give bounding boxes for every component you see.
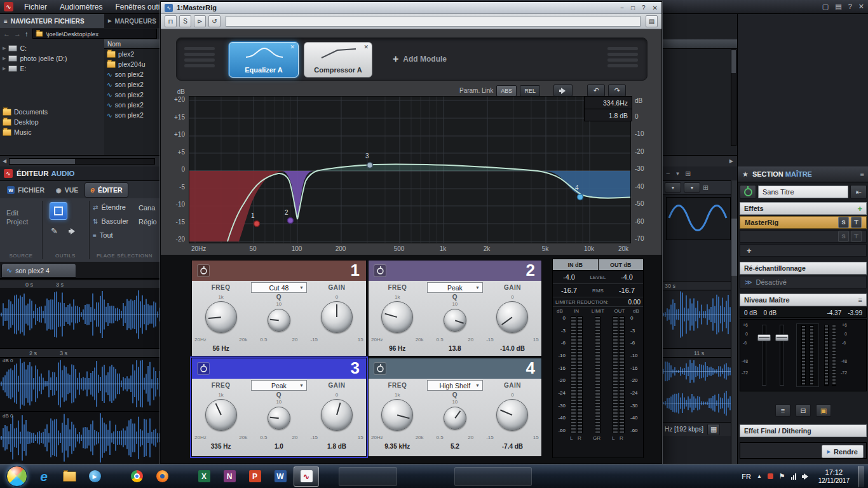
resampling-header[interactable]: Ré-échantillonnage <box>740 262 867 274</box>
go-start-button[interactable]: ⇤ <box>850 185 867 199</box>
workspace-layout-icon[interactable]: ▤ <box>835 3 841 11</box>
gain-knob[interactable] <box>321 399 353 431</box>
grid-icon[interactable]: ⊞ <box>685 170 691 178</box>
column-regions[interactable]: Régio <box>139 218 157 226</box>
workspace-expand-icon[interactable]: ▢ <box>822 3 829 11</box>
edit-project-label[interactable]: Edit Project <box>6 208 39 226</box>
abs-button[interactable]: ABS <box>496 85 517 97</box>
view-dropdown[interactable]: ▼ <box>684 182 700 193</box>
solo-icon[interactable]: S <box>179 15 191 27</box>
tree-item-music[interactable]: Music <box>0 127 104 137</box>
masterig-title-bar[interactable]: ∿ 1:MasterRig − □ ? ✕ <box>161 2 661 14</box>
tab-son-plex2-4[interactable]: ∿ son plex2 4 <box>1 263 76 278</box>
list-item[interactable]: ∿son plex2 <box>104 69 160 79</box>
pencil-icon[interactable]: ✎ <box>51 226 58 236</box>
taskbar-ie-icon[interactable]: e <box>32 467 56 486</box>
link-channels-button[interactable]: ⊟ <box>796 404 811 417</box>
vertical-scrollbar[interactable] <box>731 180 737 464</box>
tree-item-c-drive[interactable]: ▶ C: <box>0 43 104 53</box>
menu-audiometres[interactable]: Audiomètres <box>54 3 108 11</box>
tab-markers[interactable]: ▶ MARQUEURS <box>104 14 160 28</box>
ab-compare-icon[interactable]: ⊳ <box>194 15 206 27</box>
effect-slot-empty[interactable]: S ⊤ <box>740 230 867 243</box>
waveform-display[interactable] <box>0 412 160 464</box>
tab-fichier[interactable]: W FICHIER <box>2 183 50 197</box>
menu-fichier[interactable]: Fichier <box>18 3 53 11</box>
master-fader-right[interactable] <box>780 325 784 386</box>
taskbar-window-button[interactable] <box>339 467 397 486</box>
list-item[interactable]: ∿son plex2 <box>104 79 160 90</box>
lock-button[interactable]: ▣ <box>816 404 831 417</box>
master-power-button[interactable] <box>740 185 756 199</box>
band-power-button[interactable] <box>374 362 386 375</box>
band-power-button[interactable] <box>197 264 210 277</box>
taskbar-firefox-icon[interactable] <box>150 467 174 486</box>
taskbar-explorer-icon[interactable] <box>57 467 81 486</box>
help-icon[interactable]: ? <box>848 3 852 11</box>
resampling-slot[interactable]: ≫ Désactivé <box>740 276 867 288</box>
module-tab-equalizer[interactable]: ✕ Equalizer A <box>229 42 299 78</box>
chevron-down-icon[interactable]: ▼ <box>675 171 680 177</box>
preset-name-field[interactable] <box>226 16 641 27</box>
taskbar-window-button[interactable] <box>454 467 532 486</box>
preset-menu-icon[interactable]: ▤ <box>646 15 658 27</box>
horizontal-scrollbar[interactable]: ◀ <box>0 155 160 166</box>
eq-point-2[interactable] <box>288 218 294 224</box>
menu-icon[interactable]: ≡ <box>860 170 864 178</box>
effect-slot-masterig[interactable]: MasterRig S ⊤ <box>740 216 867 229</box>
tree-expand-icon[interactable]: ▶ <box>3 66 6 71</box>
action-center-flag-icon[interactable]: ⚑ <box>779 472 785 480</box>
master-fader-left[interactable] <box>762 325 766 386</box>
gain-knob[interactable] <box>496 399 528 431</box>
rel-button[interactable]: REL <box>520 85 540 97</box>
freq-knob[interactable] <box>381 301 413 333</box>
grid-icon[interactable]: ⊞ <box>703 184 709 192</box>
gain-knob[interactable] <box>496 301 528 333</box>
band-power-button[interactable] <box>197 362 210 375</box>
taskbar-excel-icon[interactable]: X <box>192 467 216 486</box>
add-effect-icon[interactable]: + <box>857 204 862 214</box>
undo-button[interactable]: ↶ <box>587 85 605 97</box>
tree-expand-icon[interactable]: ▶ <box>3 46 6 51</box>
show-desktop-button[interactable] <box>858 466 864 487</box>
timeline-ruler[interactable]: 11 s <box>662 348 731 358</box>
window-minimize-icon[interactable]: − <box>620 4 624 11</box>
taskbar-word-icon[interactable]: W <box>268 467 292 486</box>
action-basculer[interactable]: ⇅ Basculer <box>93 217 128 225</box>
action-tout[interactable]: ≡ Tout <box>93 231 113 239</box>
slot-bypass-button[interactable]: ⊤ <box>851 217 862 228</box>
list-item[interactable]: ∿son plex2 <box>104 110 160 120</box>
eq-point-3[interactable] <box>367 163 373 168</box>
eq-point-1[interactable] <box>254 221 260 227</box>
column-canaux[interactable]: Cana <box>139 204 155 212</box>
monitor-speaker-button[interactable] <box>553 85 573 97</box>
path-field[interactable]: \joelle\Desktop\plex <box>32 29 158 39</box>
list-item[interactable]: plex204u <box>104 59 160 69</box>
add-module-button[interactable]: + Add Module <box>393 53 447 65</box>
bypass-icon[interactable]: ⊓ <box>165 15 177 27</box>
list-item[interactable]: ∿son plex2 <box>104 100 160 110</box>
waveform-display[interactable] <box>662 389 731 417</box>
start-button[interactable] <box>6 466 27 487</box>
freq-knob[interactable] <box>205 399 237 431</box>
reset-icon[interactable]: ↺ <box>208 15 220 27</box>
display-mode-widget[interactable] <box>666 197 731 240</box>
freq-knob[interactable] <box>381 399 413 431</box>
filter-type-select[interactable]: High Shelf▼ <box>427 380 483 391</box>
waveform-display[interactable] <box>0 356 160 411</box>
slot-solo-button[interactable]: S <box>838 217 849 228</box>
final-effect-header[interactable]: Effet Final / Dithering <box>740 424 867 437</box>
tray-expand-icon[interactable]: ▲ <box>757 473 762 479</box>
network-icon[interactable] <box>791 473 796 480</box>
scroll-left-icon[interactable]: ◀ <box>3 158 6 164</box>
q-knob[interactable] <box>444 309 466 332</box>
list-item[interactable]: ∿son plex2 <box>104 90 160 100</box>
q-knob[interactable] <box>444 407 466 430</box>
meter-menu-button[interactable]: ≡ <box>775 404 790 417</box>
scroll-right-icon[interactable]: ▶ <box>729 158 733 164</box>
band-power-button[interactable] <box>374 264 386 277</box>
master-level-header[interactable]: Niveau Maître ≡ <box>740 294 867 306</box>
tree-expand-icon[interactable]: ▶ <box>3 56 6 61</box>
render-button[interactable]: ▸ Rendre <box>822 445 864 458</box>
master-preset-select[interactable]: Sans Titre <box>758 186 848 198</box>
